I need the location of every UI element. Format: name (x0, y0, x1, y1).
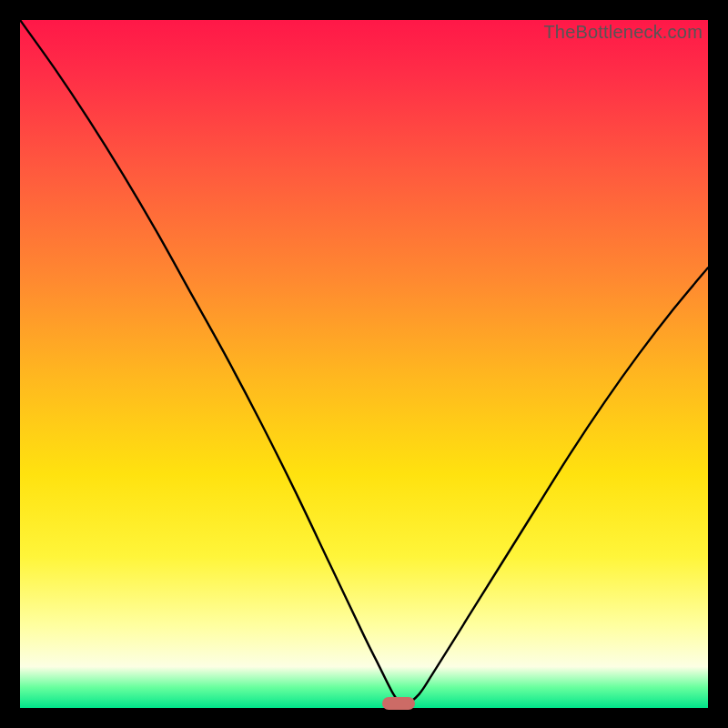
chart-frame: TheBottleneck.com (0, 0, 728, 728)
bottleneck-curve (20, 20, 708, 708)
plot-area: TheBottleneck.com (20, 20, 708, 708)
optimal-marker (382, 697, 415, 710)
